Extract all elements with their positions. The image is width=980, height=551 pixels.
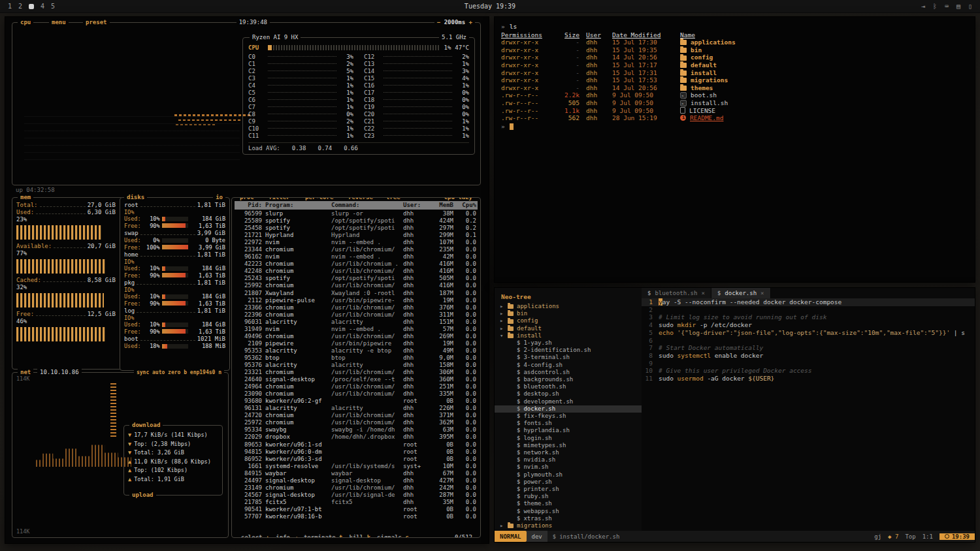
tree-item[interactable]: $ bluetooth.sh (495, 383, 642, 390)
tree-item[interactable]: ▸ applications (495, 303, 642, 310)
process-action[interactable]: terminate t (304, 534, 343, 538)
tree-item[interactable]: $ backgrounds.sh (495, 376, 642, 383)
process-row[interactable]: 96599 slurp slurp -or dhh 38M 0.0 (235, 210, 478, 217)
process-row[interactable]: 24964 chromium /usr/lib/chromium/ dhh 25… (235, 383, 478, 390)
tree-item[interactable]: $ ruby.sh (495, 493, 642, 500)
process-row[interactable]: 24567 signal-desktop /usr/lib/signal-de … (235, 492, 478, 499)
close-tab-icon[interactable]: × (701, 290, 704, 296)
process-table-header[interactable]: Pid: Program: Command: User: MemB Cpu% (235, 201, 478, 210)
editor-line[interactable]: 6 (642, 337, 975, 345)
active-prompt[interactable]: » (501, 123, 968, 131)
process-row[interactable]: 25243 spotify /opt/spotify/spoti dhh 505… (235, 275, 478, 282)
tree-item[interactable]: $ plymouth.sh (495, 471, 642, 479)
editor-line[interactable]: 11 sudo usermod -aG docker ${USER} (642, 375, 975, 383)
process-row[interactable]: 93680 kworker/u96:2-gf root 0B 0.0 (235, 398, 478, 405)
tree-item[interactable]: $ webapps.sh (495, 508, 642, 515)
menu-button[interactable]: menu (49, 19, 69, 26)
editor-line[interactable]: 4 sudo mkdir -p /etc/docker (642, 321, 975, 329)
preset-button[interactable]: preset (83, 19, 110, 26)
process-row[interactable]: 96031 alacritty alacritty dhh 151M 0.0 (235, 319, 478, 326)
process-row[interactable]: 1661 systemd-resolve /usr/lib/systemd/s … (235, 463, 478, 470)
process-row[interactable]: 89653 kworker/u96:1-sd root 0B 0.0 (235, 441, 478, 449)
process-row[interactable]: 95376 alacritty alacritty dhh 158M 0.0 (235, 362, 478, 369)
sort-mode[interactable]: cpu lazy (442, 197, 475, 201)
tree-item[interactable]: ▾ install (495, 332, 642, 339)
update-interval[interactable]: − 2000ms + (434, 19, 475, 26)
process-row[interactable]: 2112 pipewire-pulse /usr/bin/pipewire- d… (235, 297, 478, 304)
process-row[interactable]: 94815 kworker/u96:0-dm root 0B 0.0 (235, 449, 478, 456)
editor-line[interactable]: 1 yay -S --noconfirm --needed docker doc… (642, 298, 975, 306)
process-row[interactable]: 96162 nvim nvim --embed . dhh 42M 0.0 (235, 253, 478, 260)
editor-line[interactable]: 8 sudo systemctl enable docker (642, 352, 975, 360)
close-tab-icon[interactable]: × (760, 290, 764, 296)
tree-item[interactable]: $ printer.sh (495, 486, 642, 493)
process-row[interactable]: 23366 chromium /usr/lib/chromium/ dhh 37… (235, 304, 478, 311)
tree-item[interactable]: $ 4-config.sh (495, 362, 642, 369)
process-row[interactable]: 22029 dropbox /home/dhh/.dropbox dhh 395… (235, 433, 478, 441)
editor-line[interactable]: 9 (642, 360, 975, 368)
per-core-toggle[interactable]: per-core (302, 197, 336, 201)
process-row[interactable]: 24720 chromium /usr/lib/chromium/ dhh 37… (235, 412, 478, 419)
process-row[interactable]: 95353 alacritty alacritty -e btop dhh 49… (235, 347, 478, 354)
process-row[interactable]: 23090 chromium /usr/lib/chromium/ dhh 33… (235, 390, 478, 398)
process-row[interactable]: 21807 Xwayland Xwayland :0 -rootl dhh 18… (235, 290, 478, 297)
tab-docker-sh[interactable]: $ docker.sh × (711, 288, 771, 298)
tree-item[interactable]: $ nvim.sh (495, 464, 642, 471)
process-row[interactable]: 25992 chromium /usr/lib/chromium/ dhh 41… (235, 282, 478, 289)
process-row[interactable]: 23321 chromium /usr/lib/chromium/ dhh 30… (235, 369, 478, 376)
tree-item[interactable]: $ hyprlandia.sh (495, 427, 642, 434)
process-row[interactable]: 22396 chromium /usr/lib/chromium/ dhh 31… (235, 311, 478, 319)
process-actions[interactable]: select ↓ info ↵ terminate t kill (238, 534, 412, 538)
tree-item[interactable]: $ fonts.sh (495, 420, 642, 427)
tree-item[interactable]: ▸ migrations (495, 522, 642, 529)
interval-minus-icon[interactable]: − (437, 19, 440, 25)
process-row[interactable]: 23149 chromium /usr/lib/chromium/ dhh 24… (235, 484, 478, 492)
process-row[interactable]: 24640 signal-desktop /proc/self/exe --t … (235, 376, 478, 383)
interval-plus-icon[interactable]: + (469, 19, 472, 25)
process-action[interactable]: kill k (350, 534, 371, 538)
tree-item[interactable]: ▸ bin (495, 310, 642, 317)
reverse-toggle[interactable]: reverse (346, 197, 376, 201)
process-row[interactable]: 25589 spotify /opt/spotify/spoti dhh 424… (235, 217, 478, 225)
process-row[interactable]: 84915 waybar waybar dhh 67M 0.0 (235, 470, 478, 477)
tree-item[interactable]: $ asdcontrol.sh (495, 369, 642, 376)
editor-line[interactable]: 3 # Limit log size to avoid running out … (642, 313, 975, 321)
tab-bluetooth-sh[interactable]: $ bluetooth.sh × (642, 288, 711, 298)
tree-item[interactable]: ▸ config (495, 317, 642, 324)
process-row[interactable]: 95362 btop btop dhh 9,0M 0.0 (235, 354, 478, 362)
editor-line[interactable]: 7 # Start Docker automatically (642, 344, 975, 352)
terminal-window[interactable]: » ls Permissions Size User Date Modified… (495, 17, 975, 282)
tree-item[interactable]: $ login.sh (495, 435, 642, 442)
neovim-window[interactable]: Neo-tree ▸ applications ▸ bin ▸ config (495, 288, 975, 542)
editor-line[interactable]: 2 (642, 306, 975, 314)
editor-line[interactable]: 10 # Give this user privileged Docker ac… (642, 367, 975, 375)
process-row[interactable]: 24497 signal-desktop signal-desktop dhh … (235, 477, 478, 484)
tree-item[interactable]: $ nvidia.sh (495, 456, 642, 464)
net-options[interactable]: sync auto zero b enp194s0 n (134, 369, 224, 376)
process-row[interactable]: 22972 nvim nvim --embed . dhh 107M 0.0 (235, 239, 478, 246)
process-row[interactable]: 21721 Hyprland Hyprland dhh 299M 0.1 (235, 232, 478, 239)
tree-item[interactable]: $ network.sh (495, 449, 642, 456)
process-row[interactable]: 90541 kworker/u97:1-bt root 0B 0.0 (235, 506, 478, 513)
filter-button[interactable]: filter (266, 197, 293, 201)
process-action[interactable]: select ↓ (241, 534, 269, 538)
tree-toggle[interactable]: tree (384, 197, 403, 201)
process-action[interactable]: signals s (377, 534, 409, 538)
tree-item[interactable]: $ 2-identification.sh (495, 347, 642, 354)
process-action[interactable]: info ↵ (276, 534, 297, 538)
editor-line[interactable]: 5 echo '{"log-driver":"json-file","log-o… (642, 329, 975, 337)
process-row[interactable]: 25458 spotify /opt/spotify/spoti dhh 297… (235, 225, 478, 232)
editor-area[interactable]: 1 yay -S --noconfirm --needed docker doc… (642, 298, 975, 531)
tree-item[interactable]: $ desktop.sh (495, 390, 642, 398)
tree-item[interactable]: $ power.sh (495, 479, 642, 486)
tree-item[interactable]: $ xtras.sh (495, 515, 642, 522)
process-row[interactable]: 25972 chromium /usr/lib/chromium/ dhh 36… (235, 419, 478, 426)
tree-item[interactable]: ▸ default (495, 325, 642, 332)
process-row[interactable]: 95334 swaybg swaybg -i /home/dh dhh 63M … (235, 426, 478, 433)
process-row[interactable]: 31949 nvim nvim --embed . dhh 57M 0.0 (235, 326, 478, 333)
process-row[interactable]: 86952 kworker/u96:3-sd root 0B 0.0 (235, 456, 478, 463)
tree-item[interactable]: $ docker.sh (495, 405, 642, 413)
tree-item[interactable]: $ fix-fkeys.sh (495, 413, 642, 420)
tree-item[interactable]: $ 3-terminal.sh (495, 354, 642, 361)
process-row[interactable]: 23344 chromium /usr/lib/chromium/ dhh 23… (235, 246, 478, 253)
